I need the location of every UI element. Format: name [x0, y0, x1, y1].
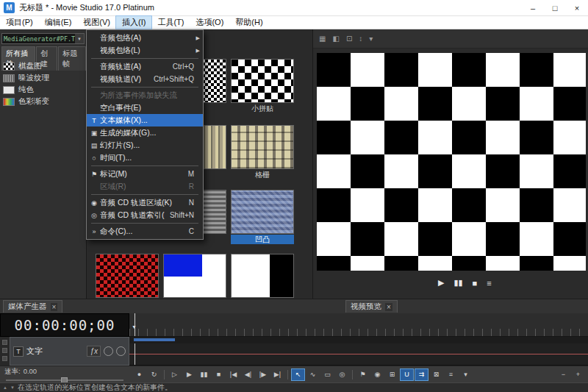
menu-item-shortcut: Ctrl+Q — [173, 63, 194, 71]
preview-quality-icon[interactable]: ▦ — [319, 35, 326, 43]
minimize-button[interactable]: – — [522, 0, 544, 15]
mute-button[interactable] — [104, 346, 113, 356]
preview-transport: ▶ ▮▮ ■ ≡ — [438, 278, 492, 288]
menu-item-cd-track-index[interactable]: ◎ 音频 CD 轨道索引(I) Shift+N — [87, 209, 203, 221]
menu-item-command[interactable]: » 命令(C)... C — [87, 225, 203, 238]
generator-item-checkerboard[interactable]: 棋盘图 — [0, 60, 87, 72]
play-from-start-button[interactable]: ▷ — [168, 368, 182, 381]
menu-edit[interactable]: 编辑(E) — [39, 16, 78, 29]
menu-item-generated-media[interactable]: ▣ 生成的媒体(G)... — [87, 126, 203, 139]
track-fx-button[interactable]: ƒx — [87, 346, 101, 357]
go-to-end-button[interactable]: ▶| — [270, 368, 284, 381]
zoom-tool-button[interactable]: ◎ — [335, 368, 349, 381]
close-button[interactable]: × — [566, 0, 588, 15]
track-header[interactable]: T 文字 ƒx — [10, 337, 129, 366]
track-name[interactable]: 文字 — [26, 346, 84, 357]
menu-project[interactable]: 项目(P) — [0, 16, 39, 29]
command-icon: » — [88, 228, 100, 235]
zoom-in-button[interactable]: + — [571, 368, 585, 381]
loop-region[interactable] — [134, 338, 175, 341]
zoom-out-button[interactable]: − — [556, 368, 570, 381]
chevron-down-icon[interactable]: ▾ — [369, 35, 373, 43]
menu-item-video-track[interactable]: 视频轨道(V) Ctrl+Shift+Q — [87, 73, 203, 85]
auto-ripple-button[interactable]: ⇉ — [415, 368, 429, 381]
menu-item-marker[interactable]: ⚑ 标记(M) M — [87, 168, 203, 180]
envelope-tool-button[interactable]: ∿ — [306, 368, 320, 381]
solo-button[interactable] — [116, 346, 126, 356]
menu-tools[interactable]: 工具(T) — [151, 16, 190, 29]
preset-item[interactable] — [163, 254, 226, 299]
preset-lattice[interactable]: 格栅 — [231, 125, 294, 179]
menu-item-cd-track-region[interactable]: ◉ 音频 CD 轨道区域(K) N — [87, 196, 203, 209]
overlays-icon[interactable]: ⊡ — [346, 35, 352, 43]
menu-options[interactable]: 选项(O) — [190, 16, 229, 29]
menu-help[interactable]: 帮助(H) — [229, 16, 268, 29]
menu-insert[interactable]: 插入(I) — [116, 16, 151, 29]
lock-button[interactable]: ⊠ — [429, 368, 443, 381]
fit-icon[interactable]: ↕ — [359, 35, 362, 43]
marker-flag-icon: ⚑ — [88, 171, 100, 178]
loop-playback-button[interactable]: ↻ — [147, 368, 161, 381]
preset-thumbnail — [231, 59, 294, 103]
preview-stop-button[interactable]: ■ — [473, 279, 478, 288]
timecode-display[interactable]: 00:00:00;00 — [0, 313, 129, 337]
loop-region-bar[interactable] — [129, 337, 588, 343]
cd-layout-button[interactable]: ◉ — [370, 368, 384, 381]
menu-item-label: 音频轨道(A) — [100, 62, 168, 72]
preset-item[interactable] — [96, 254, 159, 299]
menu-item-shortcut: Shift+N — [170, 211, 194, 219]
transport-bar: ● ↻ ▷ ▶ ▮▮ ■ |◀ ◀| |▶ ▶| ↖ ∿ ▭ ◎ ⚑ ◉ ⊞ U… — [129, 366, 588, 382]
preset-small-tiles[interactable]: 小拼贴 — [231, 59, 294, 113]
preset-item[interactable] — [231, 254, 294, 299]
submenu-arrow-icon: ▶ — [194, 48, 200, 54]
next-frame-button[interactable]: |▶ — [256, 368, 270, 381]
record-button[interactable]: ● — [132, 368, 146, 381]
menu-item-audio-track[interactable]: 音频轨道(A) Ctrl+Q — [87, 60, 203, 73]
menu-item-empty-event[interactable]: 空白事件(E) — [87, 101, 203, 114]
stop-button[interactable]: ■ — [212, 368, 226, 381]
expand-button[interactable]: ▾ — [459, 368, 473, 381]
edit-cursor[interactable] — [135, 313, 135, 336]
menu-item-time[interactable]: ○ 时间(T)... — [87, 152, 203, 164]
timecode-value: 00:00:00;00 — [15, 317, 115, 333]
solid-color-icon — [3, 86, 15, 94]
generator-dropdown[interactable]: MediaGenerator#PF.Trans ▼ — [1, 33, 85, 44]
list-button[interactable]: ≡ — [444, 368, 458, 381]
edit-cursor[interactable] — [135, 343, 135, 365]
timeline-track-lane[interactable] — [129, 343, 588, 366]
menu-item-slideshow[interactable]: ▤ 幻灯片(S)... — [87, 139, 203, 152]
split-screen-icon[interactable]: ◧ — [332, 35, 339, 43]
go-to-start-button[interactable]: |◀ — [226, 368, 240, 381]
pause-button[interactable]: ▮▮ — [197, 368, 211, 381]
menu-item-shortcut: C — [189, 227, 194, 235]
marker-tool-button[interactable]: ⚑ — [356, 368, 370, 381]
menu-view[interactable]: 视图(V) — [77, 16, 116, 29]
tab-video-preview[interactable]: 视频预览 × — [345, 300, 398, 313]
timeline-ruler[interactable]: ▼ — [129, 313, 588, 337]
maximize-button[interactable]: □ — [544, 0, 566, 15]
close-icon[interactable]: × — [51, 303, 58, 311]
preview-play-button[interactable]: ▶ — [438, 278, 444, 288]
snap-button[interactable]: U — [400, 368, 414, 381]
menu-item-text-media[interactable]: T 文本媒体(X)... — [87, 114, 203, 126]
menu-item-video-envelope[interactable]: 视频包络(L) ▶ — [87, 44, 203, 57]
generator-item-gradient[interactable]: 色彩渐变 — [0, 96, 87, 107]
preset-bump-selected[interactable]: 凹凸 — [231, 190, 294, 244]
preview-menu-icon[interactable]: ≡ — [487, 279, 491, 288]
video-preview-panel: ▦ ◧ ⊡ ↕ ▾ ▶ ▮▮ ■ ≡ — [312, 29, 588, 299]
generator-item-noise[interactable]: 噪波纹理 — [0, 72, 87, 84]
text-track-icon: T — [13, 346, 24, 357]
selection-tool-button[interactable]: ▭ — [320, 368, 334, 381]
menu-item-label: 生成的媒体(G)... — [100, 128, 189, 138]
previous-frame-button[interactable]: ◀| — [241, 368, 255, 381]
preview-pause-button[interactable]: ▮▮ — [453, 278, 462, 288]
edit-tool-button[interactable]: ↖ — [291, 368, 305, 381]
grid-button[interactable]: ⊞ — [385, 368, 399, 381]
play-button[interactable]: ▶ — [182, 368, 196, 381]
dock-handle-icon — [2, 340, 7, 345]
close-icon[interactable]: × — [385, 303, 392, 311]
menu-item-audio-envelope[interactable]: 音频包络(A) ▶ — [87, 32, 203, 44]
tab-media-generator[interactable]: 媒体产生器 × — [3, 300, 62, 313]
generator-item-solid-color[interactable]: 纯色 — [0, 84, 87, 96]
menu-item-region: 区域(R) R — [87, 180, 203, 193]
